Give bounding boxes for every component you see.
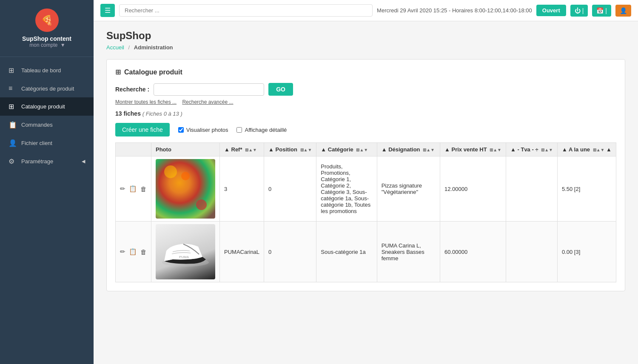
search-row: Recherche : GO <box>115 83 616 96</box>
parametrage-icon: ⚙ <box>9 157 17 165</box>
topbar: ☰ Mercredi 29 Avril 2020 15:25 - Horaire… <box>94 0 638 21</box>
th-categorie-sort-icons[interactable]: ⊞▲▼ <box>356 148 368 152</box>
sort-asc-position-icon: ▲ <box>268 146 274 153</box>
th-position[interactable]: ▲ Position ⊞▲▼ <box>264 143 316 156</box>
row2-actions: ✏ 📋 🗑 <box>116 222 151 282</box>
copy-icon[interactable]: 📋 <box>129 248 137 256</box>
row1-ref: 3 <box>220 156 264 222</box>
th-designation-sort-icons[interactable]: ⊞▲▼ <box>423 148 435 152</box>
row1-photo <box>151 156 220 222</box>
th-prix-sort-icons[interactable]: ⊞▲▼ <box>490 148 501 152</box>
sidebar-item-parametrage[interactable]: ⚙ Paramétrage ◀ <box>0 152 94 171</box>
commandes-icon: 📋 <box>9 121 17 129</box>
sort-asc-prix-icon: ▲ <box>444 146 450 153</box>
user-button[interactable]: 👤 <box>615 5 631 17</box>
delete-icon[interactable]: 🗑 <box>140 248 147 256</box>
power-button[interactable]: ⏻ | <box>570 5 588 17</box>
th-ref[interactable]: ▲ Ref* ⊞▲▼ <box>220 143 264 156</box>
categories-icon: ≡ <box>9 85 17 92</box>
topbar-search-input[interactable] <box>119 4 373 17</box>
th-position-sort-icons[interactable]: ⊞▲▼ <box>300 148 312 152</box>
topbar-datetime: Mercredi 29 Avril 2020 15:25 - Horaires … <box>377 7 532 14</box>
sidebar-item-categories-produit[interactable]: ≡ Catégories de produit <box>0 80 94 97</box>
go-button[interactable]: GO <box>268 83 293 96</box>
page-title: SupShop <box>106 30 625 42</box>
logo-icon: 🍕 <box>35 9 59 32</box>
sidebar-item-catalogue-produit[interactable]: ⊞ Catalogue produit <box>0 97 94 116</box>
row2-product-image: PUMA <box>156 224 215 279</box>
row2-a-la-une: 0.00 [3] <box>557 222 616 282</box>
fiches-range: ( Fiches 0 à 13 ) <box>142 111 182 117</box>
th-une-sort-icons[interactable]: ⊞▲▼ <box>593 148 605 152</box>
search-label: Recherche : <box>115 86 149 93</box>
search-input[interactable] <box>154 83 264 96</box>
sort-asc-tva-icon: ▲ <box>510 146 516 153</box>
row2-tva <box>506 222 558 282</box>
visualiser-photos-checkbox[interactable] <box>178 127 184 133</box>
row2-position: 0 <box>264 222 316 282</box>
sort-asc-ref-icon: ▲ <box>224 146 230 153</box>
th-photo: Photo <box>151 143 220 156</box>
row1-position: 0 <box>264 156 316 222</box>
search-links: Montrer toutes les fiches ... Recherche … <box>115 99 616 105</box>
sort-asc-desig-icon: ▲ <box>382 146 387 153</box>
main-content: ☰ Mercredi 29 Avril 2020 15:25 - Horaire… <box>94 0 638 364</box>
sort-asc-une-icon: ▲ <box>562 146 567 153</box>
th-actions <box>116 143 151 156</box>
sidebar-item-fichier-client[interactable]: 👤 Fichier client <box>0 134 94 152</box>
calendar-bar-icon: | <box>605 7 607 14</box>
table-row: ✏ 📋 🗑 <box>116 222 616 282</box>
affichage-detail-checkbox[interactable] <box>236 127 242 133</box>
breadcrumb: Accueil / Administration <box>106 44 625 51</box>
row1-a-la-une: 5.50 [2] <box>557 156 616 222</box>
th-tva[interactable]: ▲ - Tva - ÷ ⊞▲▼ <box>506 143 558 156</box>
catalogue-card: ⊞ Catalogue produit Recherche : GO Montr… <box>106 59 625 291</box>
status-button[interactable]: Ouvert <box>536 5 566 16</box>
user-icon: 👤 <box>620 7 627 14</box>
visualiser-photos-label[interactable]: Visualiser photos <box>178 127 228 133</box>
show-all-link[interactable]: Montrer toutes les fiches ... <box>115 99 177 105</box>
breadcrumb-home[interactable]: Accueil <box>106 44 124 51</box>
row1-product-image <box>156 159 215 219</box>
breadcrumb-separator: / <box>128 44 130 51</box>
user-account[interactable]: mon compte ▼ <box>28 42 65 48</box>
advanced-search-link[interactable]: Recherche avancée ... <box>182 99 233 105</box>
sidebar-item-tableau-de-bord[interactable]: ⊞ Tableau de bord <box>0 61 94 80</box>
edit-icon[interactable]: ✏ <box>120 185 125 193</box>
calendar-icon: 📅 <box>596 7 604 14</box>
menu-toggle-button[interactable]: ☰ <box>100 4 115 17</box>
affichage-detail-label[interactable]: Affichage détaillé <box>236 127 287 133</box>
th-categorie[interactable]: ▲ Catégorie ⊞▲▼ <box>316 143 377 156</box>
sidebar-item-commandes[interactable]: 📋 Commandes <box>0 116 94 134</box>
row2-prix: 60.00000 <box>440 222 506 282</box>
sort-asc-cat-icon: ▲ <box>321 146 326 153</box>
th-tva-sort-icons[interactable]: ⊞▲▼ <box>541 148 553 152</box>
stats-row: 13 fiches ( Fiches 0 à 13 ) <box>115 110 616 117</box>
table-row: ✏ 📋 🗑 3 <box>116 156 616 222</box>
row2-ref: PUMACarinaL <box>220 222 264 282</box>
copy-icon[interactable]: 📋 <box>129 185 137 193</box>
th-ref-sort-icons[interactable]: ⊞▲▼ <box>245 148 257 152</box>
grid-icon: ⊞ <box>115 68 121 76</box>
row2-designation: PUMA Carina L, Sneakers Basses femme <box>377 222 440 282</box>
row1-tva <box>506 156 558 222</box>
power-bar-icon: | <box>582 7 584 14</box>
sidebar-logo: 🍕 SupShop content mon compte ▼ <box>0 0 94 57</box>
create-fiche-button[interactable]: Créer une fiche <box>115 123 170 136</box>
th-designation[interactable]: ▲ Désignation ⊞▲▼ <box>377 143 440 156</box>
row1-designation: Pizzas signature "Végétarienne" <box>377 156 440 222</box>
edit-icon[interactable]: ✏ <box>120 248 125 256</box>
sidebar: 🍕 SupShop content mon compte ▼ ⊞ Tableau… <box>0 0 94 364</box>
th-prix-vente-ht[interactable]: ▲ Prix vente HT ⊞▲▼ <box>440 143 506 156</box>
row2-photo: PUMA <box>151 222 220 282</box>
breadcrumb-current: Administration <box>134 44 173 51</box>
parametrage-chevron-icon: ◀ <box>82 159 85 164</box>
svg-text:PUMA: PUMA <box>179 255 189 259</box>
catalogue-icon: ⊞ <box>9 102 17 111</box>
sidebar-nav: ⊞ Tableau de bord ≡ Catégories de produi… <box>0 57 94 364</box>
card-title: ⊞ Catalogue produit <box>115 68 616 76</box>
delete-icon[interactable]: 🗑 <box>140 185 147 193</box>
th-a-la-une[interactable]: ▲ A la une ⊞▲▼ ▲ <box>557 143 616 156</box>
th-une-up-icon: ▲ <box>606 146 612 153</box>
calendar-button[interactable]: 📅 | <box>592 5 611 17</box>
